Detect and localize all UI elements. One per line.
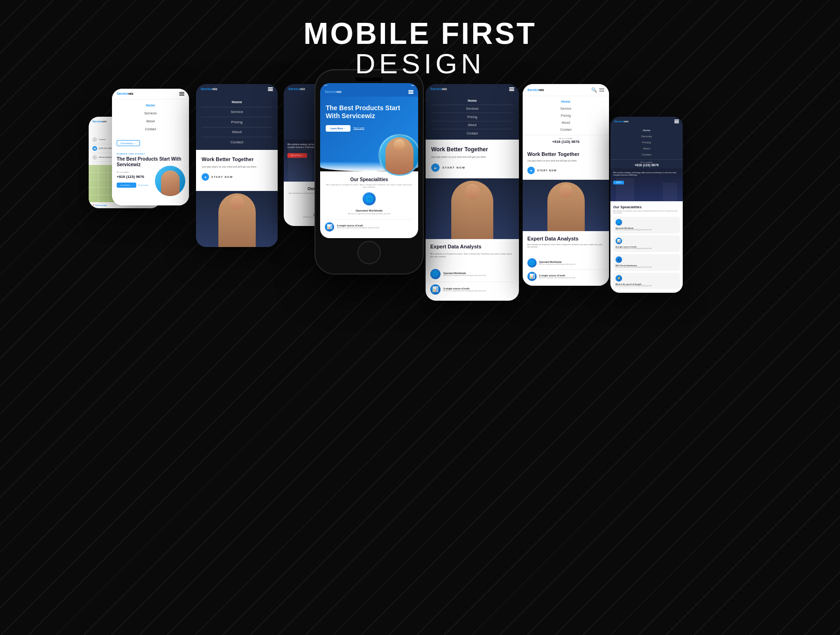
spec-single-desc: We focus on ergonomics and meeting you w…: [337, 227, 379, 229]
spec-desc-main: We focus on ergonomics and meeting you w…: [325, 213, 413, 215]
logo3-prefix: Service: [201, 87, 212, 91]
more8[interactable]: MORE: [613, 181, 624, 184]
nav6-pricing: Pricing: [426, 113, 519, 121]
nav6-home: Home: [426, 97, 519, 105]
nav3-contact: Contact: [196, 137, 278, 147]
logo7-pre: Service: [527, 88, 539, 92]
work-title-3: Work Better Together: [202, 156, 272, 162]
nav8-contact: Contact: [610, 152, 683, 158]
spec7-2d: We focus on ergonomics and meeting you w…: [539, 277, 575, 279]
main-learn-btn[interactable]: Learn More →: [326, 125, 350, 132]
phone8: +818 (123) 9876: [614, 163, 679, 167]
search-icon-7[interactable]: 🔍: [591, 87, 597, 92]
mini-card-1-desc: We focus on ergonomics and meeting you w…: [616, 229, 678, 231]
nav2-contact: Contact: [112, 125, 189, 133]
work-text-3: Just type what's on your mind and we'll …: [202, 165, 272, 169]
how-btn-2[interactable]: How it work: [139, 184, 148, 186]
logo-prefix: Service: [92, 120, 102, 123]
spec6-1-desc: We focus on ergonomics and meeting you w…: [443, 275, 486, 276]
spec-title-main: Our Speacialities: [325, 177, 413, 182]
nav8-services: Services: [610, 134, 683, 140]
logo-suffix: wiz: [102, 120, 106, 123]
start7: START NOW: [537, 169, 557, 172]
mini-card-2-desc: We focus on ergonomics and meeting you w…: [616, 248, 678, 250]
nav7-service: Service: [523, 105, 609, 112]
nav3-pricing: Pricing: [196, 117, 278, 127]
title-bold: MOBILE FIRST: [303, 19, 537, 49]
nav7-about: About: [523, 119, 609, 126]
learn-btn-2[interactable]: Learn More →: [117, 183, 136, 188]
nav7-home: Home: [523, 98, 609, 105]
phone-2: Servicewiz Home Services About Contact C…: [112, 89, 189, 205]
phones-showcase: Servicewiz Kentucky 39495 Contact ☎ (239…: [0, 79, 840, 635]
logo2-suffix: wiz: [128, 92, 133, 95]
logo2-prefix: Service: [117, 92, 128, 95]
expert-title-6: Expert Data Analysts: [430, 244, 514, 250]
consultancy-btn[interactable]: Consultancy →: [117, 140, 140, 146]
work7-text: Just type what's on your mind and we'll …: [527, 160, 604, 163]
hero-tag: NUMBER ONE EXPERT: [117, 153, 184, 155]
main-hero-title: The Best Products Start With Servicewiz: [326, 104, 413, 120]
expert7-text: Most calendars are designed for teams. S…: [527, 244, 604, 249]
expert7: Expert Data Analysts: [527, 236, 604, 242]
nav6-services: Services: [426, 105, 519, 113]
logo4-suf: wiz: [300, 87, 305, 91]
logo7-suf: wiz: [539, 88, 544, 92]
nav3-about: About: [196, 127, 278, 137]
phone-7: Servicewiz 🔍 Home Service Pricing About …: [523, 84, 609, 286]
logo4-pre: Service: [288, 87, 300, 91]
nav7-pricing: Pricing: [523, 112, 609, 119]
contact-phone: (239) 555-0108: [99, 147, 112, 149]
mini-card-3-desc: We focus on ergonomics and meeting you w…: [616, 267, 678, 268]
work-title-6: Work Better Together: [431, 146, 513, 153]
nav2-services: Services: [112, 109, 189, 117]
header-section: MOBILE FIRST DESIGN: [303, 19, 537, 79]
expert-text-6: Most calendars are designed for teams. S…: [430, 253, 514, 258]
nav6-about: About: [426, 121, 519, 129]
contact-item-label: Contact: [99, 138, 105, 141]
phone-3: Servicewiz Home Service Pricing About Co…: [196, 84, 278, 247]
overlay8: We combine strategy, technology, data sc…: [610, 169, 683, 201]
start-now-3: START NOW: [211, 176, 233, 178]
nav8-home: Home: [610, 127, 683, 134]
spec-sub-main: Most calendars are designed for teams. S…: [325, 183, 413, 189]
phone7: +818 (123) 9876: [527, 140, 604, 144]
work-text-6: Just type what's on your mind and we'll …: [431, 155, 513, 159]
spec8-title: Our Speacialities: [613, 205, 680, 209]
phone-5-main: 9:41 ●●● Servicewiz The Best Products St…: [315, 70, 423, 274]
work7: Work Better Together: [527, 151, 604, 157]
nav6-contact: Contact: [426, 129, 519, 137]
mini-card-4-desc: We focus on ergonomics and meeting you w…: [616, 285, 678, 287]
nav8-pricing: Pricing: [610, 140, 683, 146]
spec-worldwide-main: Operated Worldwide: [325, 209, 413, 212]
nav3-service: Service: [196, 107, 278, 117]
spec8-sub: Most calendars are designed for teams. S…: [613, 210, 680, 214]
nav2-about: About: [112, 117, 189, 125]
logo3-suffix: wiz: [212, 87, 217, 91]
person-photo-3: [196, 191, 278, 247]
nav2-home: Home: [112, 101, 189, 109]
nav7-contact: Contact: [523, 126, 609, 133]
logo6-suf: wiz: [442, 87, 447, 91]
get-touch-btn[interactable]: Get In Touch →: [287, 153, 307, 158]
logo6-pre: Service: [430, 87, 442, 91]
main-how-btn[interactable]: How it work: [353, 127, 364, 129]
person-6: [426, 178, 519, 239]
phone-6: Servicewiz Home Services Pricing About C…: [426, 84, 519, 301]
nav8-about: About: [610, 146, 683, 152]
spec7-1d: We focus on ergonomics and meeting you w…: [539, 263, 575, 265]
spec6-2-desc: We focus on ergonomics and meeting you w…: [443, 290, 486, 292]
person7: [523, 180, 609, 231]
title-light: DESIGN: [303, 49, 537, 79]
start-now-6: START NOW: [442, 166, 465, 169]
phone-8: Servicewiz Home Services Pricing About C…: [610, 117, 683, 293]
nav3-home: Home: [196, 97, 278, 107]
overlay8-text: We combine strategy, technology, data sc…: [613, 171, 680, 176]
